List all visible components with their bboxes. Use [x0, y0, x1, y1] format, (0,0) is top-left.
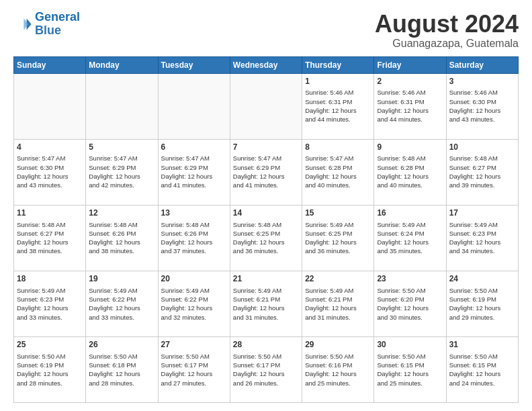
- day-info-line: and 30 minutes.: [377, 313, 443, 322]
- day-info-line: and 37 minutes.: [161, 246, 227, 255]
- day-info-line: and 24 minutes.: [449, 379, 515, 387]
- day-number: 29: [305, 339, 371, 351]
- day-number: 23: [377, 273, 443, 285]
- day-number: 17: [449, 208, 515, 219]
- day-number: 21: [233, 273, 299, 285]
- day-info-line: and 31 minutes.: [305, 313, 371, 322]
- day-info-line: Sunset: 6:16 PM: [305, 361, 371, 369]
- day-info-line: Sunset: 6:27 PM: [17, 229, 83, 238]
- day-info-line: and 43 minutes.: [449, 115, 515, 124]
- day-info-line: and 33 minutes.: [89, 313, 154, 322]
- calendar-day-cell: 5Sunrise: 5:47 AMSunset: 6:29 PMDaylight…: [86, 139, 158, 205]
- calendar-week-row: 1Sunrise: 5:46 AMSunset: 6:31 PMDaylight…: [14, 73, 519, 139]
- day-info-line: Sunset: 6:19 PM: [17, 361, 83, 369]
- day-info-line: and 34 minutes.: [449, 246, 515, 255]
- day-number: 6: [161, 142, 227, 153]
- day-info-line: and 28 minutes.: [89, 379, 154, 387]
- day-info-line: and 44 minutes.: [305, 115, 371, 124]
- day-number: 27: [161, 339, 227, 351]
- day-number: 20: [161, 273, 227, 285]
- calendar-week-row: 4Sunrise: 5:47 AMSunset: 6:30 PMDaylight…: [14, 139, 519, 205]
- day-info-line: Daylight: 12 hours: [89, 238, 154, 246]
- day-info-line: Sunset: 6:26 PM: [161, 229, 227, 238]
- calendar-day-cell: 11Sunrise: 5:48 AMSunset: 6:27 PMDayligh…: [14, 205, 86, 271]
- calendar-day-cell: 29Sunrise: 5:50 AMSunset: 6:16 PMDayligh…: [302, 336, 374, 402]
- day-info-line: Sunrise: 5:49 AM: [305, 286, 371, 295]
- calendar-day-cell: 17Sunrise: 5:49 AMSunset: 6:23 PMDayligh…: [446, 205, 518, 271]
- day-info-line: Sunset: 6:19 PM: [449, 295, 515, 304]
- day-info-line: Sunrise: 5:50 AM: [233, 352, 299, 361]
- calendar-week-row: 11Sunrise: 5:48 AMSunset: 6:27 PMDayligh…: [14, 205, 519, 271]
- calendar-day-cell: 9Sunrise: 5:48 AMSunset: 6:28 PMDaylight…: [374, 139, 446, 205]
- day-info-line: Sunset: 6:29 PM: [161, 163, 227, 172]
- day-info-line: Daylight: 12 hours: [449, 238, 515, 246]
- day-number: 15: [305, 208, 371, 219]
- calendar-day-header: Saturday: [446, 56, 518, 73]
- day-number: 30: [377, 339, 443, 351]
- day-info-line: Sunrise: 5:49 AM: [305, 220, 371, 229]
- day-info-line: and 29 minutes.: [449, 313, 515, 322]
- day-info-line: Sunrise: 5:48 AM: [377, 154, 443, 163]
- day-info-line: Sunrise: 5:49 AM: [233, 286, 299, 295]
- calendar-day-cell: 4Sunrise: 5:47 AMSunset: 6:30 PMDaylight…: [14, 139, 86, 205]
- calendar-day-cell: 22Sunrise: 5:49 AMSunset: 6:21 PMDayligh…: [302, 271, 374, 336]
- calendar-week-row: 25Sunrise: 5:50 AMSunset: 6:19 PMDayligh…: [14, 336, 519, 402]
- day-info-line: Sunset: 6:25 PM: [305, 229, 371, 238]
- title-block: August 2024 Guanagazapa, Guatemala: [375, 11, 519, 50]
- calendar-day-cell: 6Sunrise: 5:47 AMSunset: 6:29 PMDaylight…: [158, 139, 230, 205]
- calendar-day-cell: 13Sunrise: 5:48 AMSunset: 6:26 PMDayligh…: [158, 205, 230, 271]
- day-number: 8: [305, 142, 371, 153]
- calendar-day-header: Tuesday: [158, 56, 230, 73]
- day-info-line: Sunset: 6:15 PM: [377, 361, 443, 369]
- day-number: 16: [377, 208, 443, 219]
- calendar-day-cell: 12Sunrise: 5:48 AMSunset: 6:26 PMDayligh…: [86, 205, 158, 271]
- day-info-line: Daylight: 12 hours: [305, 304, 371, 312]
- day-info-line: Sunset: 6:17 PM: [161, 361, 227, 369]
- day-info-line: and 41 minutes.: [233, 181, 299, 189]
- day-number: 4: [17, 142, 83, 153]
- calendar-day-cell: 25Sunrise: 5:50 AMSunset: 6:19 PMDayligh…: [14, 336, 86, 402]
- day-info-line: Sunrise: 5:47 AM: [161, 154, 227, 163]
- calendar-day-header: Thursday: [302, 56, 374, 73]
- day-info-line: Daylight: 12 hours: [161, 238, 227, 246]
- day-info-line: Daylight: 12 hours: [161, 304, 227, 312]
- day-info-line: and 41 minutes.: [161, 181, 227, 189]
- day-info-line: Sunrise: 5:47 AM: [305, 154, 371, 163]
- header: General Blue August 2024 Guanagazapa, Gu…: [13, 11, 519, 50]
- calendar-day-cell: 7Sunrise: 5:47 AMSunset: 6:29 PMDaylight…: [230, 139, 302, 205]
- day-info-line: Sunset: 6:29 PM: [89, 163, 154, 172]
- day-info-line: and 38 minutes.: [17, 246, 83, 255]
- day-number: 2: [377, 76, 443, 87]
- day-info-line: Daylight: 12 hours: [89, 304, 154, 312]
- day-info-line: Sunset: 6:27 PM: [449, 163, 515, 172]
- day-info-line: Sunset: 6:20 PM: [377, 295, 443, 304]
- calendar-day-cell: 30Sunrise: 5:50 AMSunset: 6:15 PMDayligh…: [374, 336, 446, 402]
- day-info-line: Daylight: 12 hours: [17, 369, 83, 378]
- calendar-day-cell: 8Sunrise: 5:47 AMSunset: 6:28 PMDaylight…: [302, 139, 374, 205]
- day-number: 9: [377, 142, 443, 153]
- day-info-line: and 40 minutes.: [377, 181, 443, 189]
- day-info-line: Sunrise: 5:47 AM: [89, 154, 154, 163]
- logo: General Blue: [13, 11, 80, 38]
- day-info-line: Daylight: 12 hours: [377, 106, 443, 115]
- day-info-line: Sunset: 6:26 PM: [89, 229, 154, 238]
- calendar-day-cell: 18Sunrise: 5:49 AMSunset: 6:23 PMDayligh…: [14, 271, 86, 336]
- day-info-line: Sunrise: 5:47 AM: [233, 154, 299, 163]
- day-number: 10: [449, 142, 515, 153]
- day-info-line: Sunset: 6:31 PM: [305, 97, 371, 106]
- day-info-line: Sunrise: 5:49 AM: [17, 286, 83, 295]
- day-info-line: Daylight: 12 hours: [89, 172, 154, 181]
- day-info-line: Sunset: 6:30 PM: [449, 97, 515, 106]
- calendar-day-cell: 2Sunrise: 5:46 AMSunset: 6:31 PMDaylight…: [374, 73, 446, 139]
- day-info-line: Sunrise: 5:50 AM: [377, 352, 443, 361]
- day-info-line: Sunset: 6:18 PM: [89, 361, 154, 369]
- day-info-line: Daylight: 12 hours: [449, 369, 515, 378]
- day-info-line: Sunrise: 5:46 AM: [305, 88, 371, 97]
- calendar-day-header: Friday: [374, 56, 446, 73]
- calendar-day-cell: [230, 73, 302, 139]
- calendar-day-cell: 23Sunrise: 5:50 AMSunset: 6:20 PMDayligh…: [374, 271, 446, 336]
- day-info-line: and 38 minutes.: [89, 246, 154, 255]
- calendar-day-cell: 16Sunrise: 5:49 AMSunset: 6:24 PMDayligh…: [374, 205, 446, 271]
- day-info-line: and 25 minutes.: [377, 379, 443, 387]
- subtitle: Guanagazapa, Guatemala: [375, 38, 519, 50]
